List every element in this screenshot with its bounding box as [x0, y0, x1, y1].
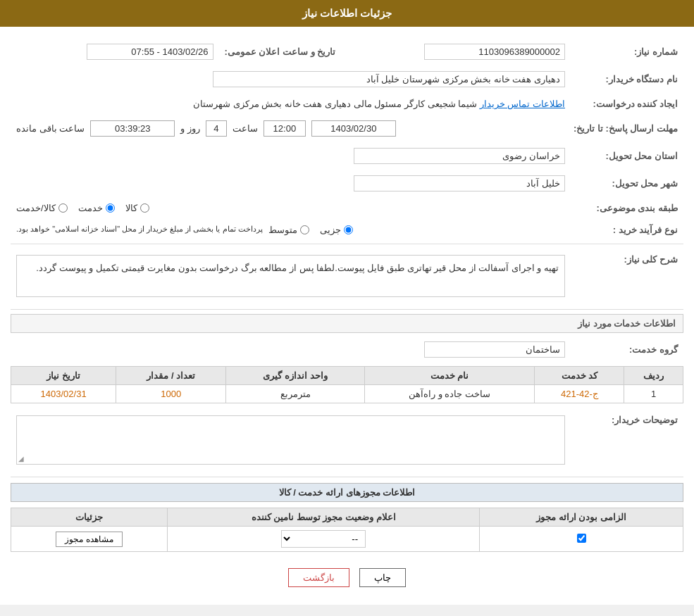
back-button[interactable]: بازگشت — [288, 568, 349, 587]
creator-label: ایجاد کننده درخواست: — [571, 96, 683, 112]
deadline-remaining-value: 03:39:23 — [90, 120, 175, 137]
buyer-org-value: دهیاری هفت خانه بخش مرکزی شهرستان خلیل آ… — [213, 71, 565, 87]
group-value: ساختمان — [424, 341, 565, 358]
licenses-table: الزامی بودن ارائه مجوز اعلام وضعیت مجوز … — [11, 508, 683, 552]
radio-jozii[interactable] — [344, 225, 353, 234]
radio-khidmat[interactable] — [106, 203, 115, 213]
province-value: خراسان رضوی — [354, 148, 565, 164]
deadline-remaining-label: ساعت باقی مانده — [16, 123, 85, 134]
creator-link[interactable]: اطلاعات تماس خریدار — [480, 99, 565, 109]
col-required: الزامی بودن ارائه مجوز — [480, 508, 683, 527]
services-section-title: اطلاعات خدمات مورد نیاز — [11, 314, 683, 333]
cell-row: 1 — [624, 385, 683, 403]
description-text: تهیه و اجرای آسفالت از محل قیر تهاتری طب… — [16, 255, 565, 297]
deadline-days-label: روز و — [180, 123, 200, 134]
creator-name: شیما شجیعی کارگر مسئول مالی دهیاری هفت خ… — [193, 99, 477, 109]
radio-kala-khidmat[interactable] — [58, 203, 68, 213]
col-details: جزئیات — [11, 508, 168, 527]
col-unit: واحد اندازه گیری — [226, 367, 365, 385]
process-label: نوع فرآیند خرید : — [571, 222, 683, 238]
cell-quantity: 1000 — [116, 385, 226, 403]
announce-datetime-value: 1403/02/26 - 07:55 — [87, 44, 213, 60]
description-label: شرح کلی نیاز: — [571, 249, 683, 303]
col-quantity: تعداد / مقدار — [116, 367, 226, 385]
announce-datetime-label: تاریخ و ساعت اعلان عمومی: — [219, 41, 342, 63]
category-khidmat: خدمت — [78, 203, 115, 213]
print-button[interactable]: چاپ — [359, 568, 406, 587]
resize-handle: ◢ — [18, 455, 24, 463]
view-license-button[interactable]: مشاهده مجوز — [56, 532, 122, 547]
category-kala: کالا — [125, 203, 149, 213]
col-name: نام خدمت — [364, 367, 534, 385]
footer-buttons: چاپ بازگشت — [11, 558, 683, 598]
cell-name: ساخت جاده و راه‌آهن — [364, 385, 534, 403]
buyer-notes-box: ◢ — [16, 415, 565, 465]
col-status: اعلام وضعیت مجوز توسط نامین کننده — [168, 508, 480, 527]
cell-status: -- — [168, 527, 480, 552]
cell-required — [480, 527, 683, 552]
radio-mutavasset[interactable] — [300, 225, 309, 234]
list-item: -- مشاهده مجوز — [11, 527, 683, 552]
required-checkbox[interactable] — [577, 534, 586, 543]
cell-details: مشاهده مجوز — [11, 527, 168, 552]
group-label: گروه خدمت: — [571, 339, 683, 360]
process-note: پرداخت تمام یا بخشی از مبلغ خریدار از مح… — [16, 225, 263, 234]
deadline-date-value: 1403/02/30 — [311, 120, 396, 137]
table-row: 1 ج-42-421 ساخت جاده و راه‌آهن مترمربع 1… — [11, 385, 683, 403]
province-label: استان محل تحویل: — [571, 145, 683, 167]
col-row: ردیف — [624, 367, 683, 385]
buyer-notes-label: توضیحات خریدار: — [571, 409, 683, 471]
deadline-label: مهلت ارسال پاسخ: تا تاریخ: — [568, 118, 683, 139]
deadline-days-value: 4 — [206, 120, 227, 137]
need-number-label: شماره نیاز: — [571, 41, 683, 63]
col-code: کد خدمت — [535, 367, 624, 385]
cell-date: 1403/02/31 — [11, 385, 116, 403]
process-jozii: جزیی — [320, 225, 353, 235]
radio-kala[interactable] — [140, 203, 149, 213]
process-mutavasset: متوسط — [268, 225, 309, 235]
cell-unit: مترمربع — [226, 385, 365, 403]
col-date: تاریخ نیاز — [11, 367, 116, 385]
cell-code: ج-42-421 — [535, 385, 624, 403]
buyer-org-label: نام دستگاه خریدار: — [571, 68, 683, 90]
city-value: خلیل آباد — [354, 175, 565, 191]
licenses-section-title: اطلاعات مجوزهای ارائه خدمت / کالا — [11, 483, 683, 502]
status-select[interactable]: -- — [281, 530, 366, 548]
category-kala-khidmat: کالا/خدمت — [16, 203, 68, 213]
page-header: جزئیات اطلاعات نیاز — [0, 0, 694, 27]
need-number-value: 1103096389000002 — [424, 44, 565, 60]
city-label: شهر محل تحویل: — [571, 172, 683, 194]
category-label: طبقه بندی موضوعی: — [571, 200, 683, 216]
deadline-time-label: ساعت — [233, 123, 258, 134]
services-table: ردیف کد خدمت نام خدمت واحد اندازه گیری ت… — [11, 366, 683, 403]
header-title: جزئیات اطلاعات نیاز — [302, 7, 392, 19]
deadline-time-value: 12:00 — [264, 120, 306, 137]
